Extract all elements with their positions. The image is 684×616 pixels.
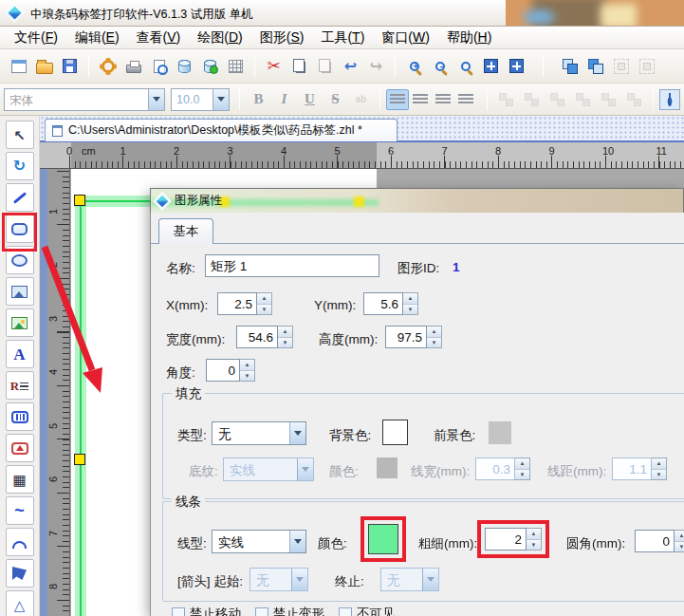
print-button[interactable] bbox=[120, 53, 146, 79]
spin-up-icon[interactable]: ▲ bbox=[675, 531, 684, 542]
center-horizontal-button[interactable] bbox=[659, 89, 680, 110]
y-value[interactable]: 5.6 bbox=[363, 292, 403, 315]
name-input[interactable]: 矩形 1 bbox=[205, 254, 379, 277]
width-spinner[interactable]: 54.6 ▲▼ bbox=[236, 326, 293, 348]
chevron-down-icon[interactable] bbox=[289, 531, 305, 552]
save-button[interactable] bbox=[57, 53, 83, 79]
line-weight-spinner[interactable]: 2 ▲▼ bbox=[485, 528, 542, 551]
select-arrow-button[interactable]: ↖ bbox=[6, 121, 34, 149]
image-tool-button[interactable] bbox=[6, 277, 34, 306]
corner-radius-spinner[interactable]: 0 ▲▼ bbox=[635, 530, 684, 552]
selection-handle-midleft[interactable] bbox=[74, 454, 85, 465]
width-value[interactable]: 54.6 bbox=[236, 326, 278, 348]
x-value[interactable]: 2.5 bbox=[217, 292, 257, 315]
spin-down-icon[interactable]: ▼ bbox=[257, 305, 271, 315]
corner-radius-value[interactable]: 0 bbox=[635, 530, 675, 552]
chevron-down-icon[interactable] bbox=[148, 89, 164, 110]
document-tab[interactable]: C:\Users\Administrator\Desktop\模板类似\药品标签… bbox=[45, 119, 397, 141]
triangle-tool-button[interactable]: △ bbox=[6, 590, 34, 616]
font-family-select[interactable]: 宋体 bbox=[4, 88, 165, 111]
spin-up-icon[interactable]: ▲ bbox=[240, 360, 254, 371]
height-value[interactable]: 97.5 bbox=[385, 326, 427, 348]
spin-down-icon[interactable]: ▼ bbox=[427, 338, 441, 348]
grid-setup-button[interactable] bbox=[223, 53, 249, 79]
spin-up-icon[interactable]: ▲ bbox=[527, 529, 541, 540]
fg-color-swatch[interactable] bbox=[489, 421, 511, 444]
spin-up-icon[interactable]: ▲ bbox=[257, 293, 271, 305]
zoom-in-button[interactable]: + bbox=[401, 53, 427, 79]
lock-move-checkbox[interactable]: 禁止移动 bbox=[172, 606, 241, 616]
angle-value[interactable]: 0 bbox=[206, 359, 240, 382]
dialog-title-bar[interactable]: 图形属性 bbox=[150, 188, 684, 213]
barcode-tool-button[interactable] bbox=[6, 402, 34, 431]
undo-button[interactable]: ↩ bbox=[338, 53, 363, 79]
zoom-out-button[interactable]: - bbox=[427, 53, 453, 79]
text-tool-button[interactable]: A bbox=[6, 340, 34, 368]
menu-item[interactable]: 工具(T) bbox=[312, 28, 373, 48]
bold-button[interactable]: B bbox=[246, 86, 271, 112]
picture-tool-button[interactable] bbox=[6, 308, 34, 337]
menu-item[interactable]: 帮助(H) bbox=[438, 28, 500, 48]
qrcode-tool-button[interactable]: ▦ bbox=[6, 465, 34, 494]
zoom-actual-button[interactable] bbox=[453, 53, 478, 79]
spin-down-icon[interactable]: ▼ bbox=[403, 305, 417, 315]
x-spinner[interactable]: 2.5 ▲▼ bbox=[217, 292, 272, 315]
underline-button[interactable]: U bbox=[297, 86, 323, 112]
print-preview-button[interactable] bbox=[146, 53, 172, 79]
fit-window-button[interactable] bbox=[478, 53, 504, 79]
bring-forward-button[interactable] bbox=[557, 53, 582, 79]
align-left-button[interactable] bbox=[386, 89, 409, 110]
cut-button[interactable]: ✂ bbox=[261, 53, 287, 79]
spin-up-icon[interactable]: ▲ bbox=[278, 327, 292, 338]
curve-tool-button[interactable]: ~ bbox=[6, 496, 34, 525]
open-button[interactable] bbox=[31, 53, 57, 79]
spin-up-icon[interactable]: ▲ bbox=[403, 293, 417, 305]
spin-down-icon[interactable]: ▼ bbox=[675, 542, 684, 552]
checkbox-icon[interactable] bbox=[172, 607, 185, 616]
spin-up-icon[interactable]: ▲ bbox=[427, 327, 441, 338]
spin-down-icon[interactable]: ▼ bbox=[278, 338, 292, 348]
fit-selection-button[interactable] bbox=[504, 53, 529, 79]
strike-button[interactable]: S bbox=[323, 86, 348, 112]
align-center-button[interactable] bbox=[409, 89, 432, 110]
tab-basic[interactable]: 基本 bbox=[158, 218, 213, 244]
chevron-down-icon[interactable] bbox=[213, 89, 229, 110]
spin-down-icon[interactable]: ▼ bbox=[240, 371, 254, 382]
height-spinner[interactable]: 97.5 ▲▼ bbox=[385, 326, 442, 348]
y-spinner[interactable]: 5.6 ▲▼ bbox=[363, 292, 418, 315]
spin-down-icon[interactable]: ▼ bbox=[527, 540, 541, 551]
menu-item[interactable]: 窗口(W) bbox=[373, 28, 438, 48]
line-weight-value[interactable]: 2 bbox=[485, 528, 527, 551]
bg-color-swatch[interactable] bbox=[382, 420, 408, 445]
lock-resize-checkbox[interactable]: 禁止变形 bbox=[255, 606, 324, 616]
title-bar[interactable]: 中琅条码标签打印软件-V6.1.3 试用版 单机 bbox=[0, 0, 684, 27]
menu-item[interactable]: 绘图(D) bbox=[189, 28, 250, 48]
send-backward-button[interactable] bbox=[582, 53, 608, 79]
align-right-button[interactable] bbox=[432, 89, 454, 110]
menu-item[interactable]: 文件(F) bbox=[6, 28, 66, 48]
align-justify-button[interactable] bbox=[454, 89, 477, 110]
arc-tool-button[interactable] bbox=[6, 528, 34, 556]
line-style-select[interactable]: 实线 bbox=[212, 530, 306, 553]
copy-button[interactable] bbox=[287, 53, 312, 79]
checkbox-icon[interactable] bbox=[339, 607, 352, 616]
settings-button[interactable] bbox=[95, 53, 120, 79]
logo-tool-button[interactable] bbox=[6, 434, 34, 462]
menu-item[interactable]: 图形(S) bbox=[251, 28, 313, 48]
database-connect-button[interactable] bbox=[197, 53, 223, 79]
italic-button[interactable]: I bbox=[271, 86, 297, 112]
line-tool-button[interactable] bbox=[6, 183, 34, 212]
menu-item[interactable]: 编辑(E) bbox=[66, 28, 128, 48]
checkbox-icon[interactable] bbox=[255, 607, 268, 616]
chevron-down-icon[interactable] bbox=[289, 422, 305, 444]
font-size-select[interactable]: 10.0 bbox=[171, 88, 230, 111]
richtext-tool-button[interactable]: R bbox=[6, 371, 34, 400]
line-color-swatch[interactable] bbox=[368, 524, 398, 554]
rotate-button[interactable]: ↻ bbox=[6, 152, 34, 180]
invisible-checkbox[interactable]: 不可见 bbox=[339, 606, 396, 616]
green-rectangle-left-border[interactable] bbox=[75, 196, 86, 616]
angle-spinner[interactable]: 0 ▲▼ bbox=[206, 359, 255, 382]
menu-item[interactable]: 查看(V) bbox=[128, 28, 190, 48]
database-button[interactable] bbox=[172, 53, 197, 79]
polygon-tool-button[interactable] bbox=[6, 559, 34, 588]
